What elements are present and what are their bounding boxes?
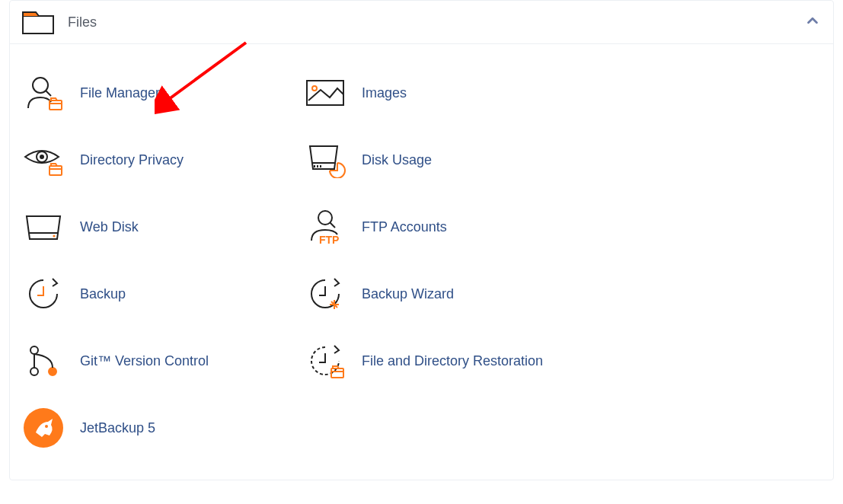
file-manager-icon (22, 75, 65, 111)
panel-header[interactable]: Files (10, 1, 833, 44)
item-label: JetBackup 5 (80, 419, 155, 437)
items-grid: File Manager Directory Privacy (10, 44, 833, 480)
item-web-disk[interactable]: Web Disk (22, 193, 304, 260)
item-label: File and Directory Restoration (362, 352, 543, 370)
files-panel: Files (9, 0, 834, 480)
folder-icon (22, 10, 54, 34)
item-git-version-control[interactable]: Git™ Version Control (22, 327, 304, 394)
svg-point-8 (30, 346, 38, 354)
svg-point-5 (40, 155, 44, 159)
collapse-chevron-icon[interactable] (804, 12, 821, 32)
item-label: Disk Usage (362, 152, 432, 169)
svg-rect-3 (49, 100, 62, 110)
svg-point-13 (45, 425, 48, 428)
item-label: FTP Accounts (362, 219, 447, 236)
svg-rect-6 (49, 166, 62, 175)
item-images[interactable]: Images (304, 59, 586, 126)
items-column-2: Images Disk Usage (304, 59, 586, 461)
item-label: Backup (80, 285, 126, 303)
disk-usage-icon (304, 142, 346, 178)
svg-point-9 (30, 368, 38, 375)
item-label: Backup Wizard (362, 285, 454, 303)
svg-rect-25 (331, 368, 343, 378)
backup-wizard-icon (304, 276, 346, 312)
panel-title: Files (68, 14, 97, 30)
item-label: File Manager (80, 85, 160, 102)
svg-rect-0 (23, 16, 53, 33)
jetbackup-icon (22, 407, 65, 449)
svg-point-7 (53, 234, 55, 237)
item-label: Directory Privacy (80, 152, 184, 169)
backup-icon (22, 276, 65, 312)
item-jetbackup5[interactable]: JetBackup 5 (22, 394, 304, 461)
directory-privacy-icon (22, 142, 65, 178)
web-disk-icon (22, 209, 65, 245)
item-label: Git™ Version Control (80, 352, 209, 370)
items-column-3 (586, 59, 821, 461)
svg-text:FTP: FTP (319, 234, 339, 245)
items-column-1: File Manager Directory Privacy (22, 59, 304, 461)
item-directory-privacy[interactable]: Directory Privacy (22, 126, 304, 193)
item-label: Web Disk (80, 219, 139, 236)
svg-line-20 (330, 222, 335, 228)
item-file-manager[interactable]: File Manager (22, 59, 304, 126)
images-icon (304, 75, 346, 111)
item-ftp-accounts[interactable]: FTP FTP Accounts (304, 193, 586, 260)
item-disk-usage[interactable]: Disk Usage (304, 126, 586, 193)
svg-point-15 (312, 86, 317, 91)
git-icon (22, 343, 65, 379)
item-backup-wizard[interactable]: Backup Wizard (304, 260, 586, 327)
item-file-directory-restoration[interactable]: File and Directory Restoration (304, 327, 586, 394)
svg-line-2 (46, 91, 51, 96)
file-directory-restoration-icon (304, 343, 346, 379)
ftp-accounts-icon: FTP (304, 209, 346, 245)
svg-point-10 (49, 368, 56, 375)
item-backup[interactable]: Backup (22, 260, 304, 327)
item-label: Images (362, 85, 407, 102)
